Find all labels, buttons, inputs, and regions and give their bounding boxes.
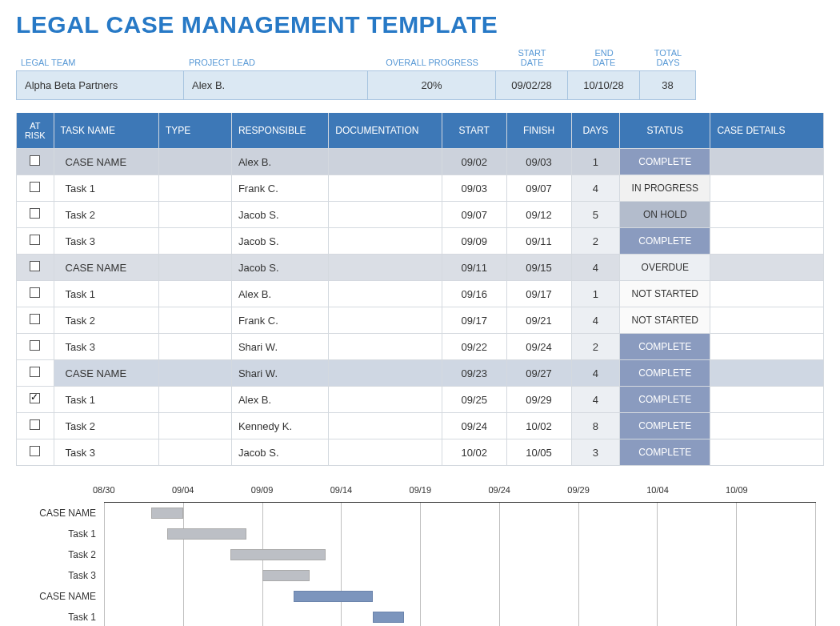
summary-val-progress: 20% <box>368 70 496 100</box>
at-risk-checkbox[interactable] <box>30 446 40 456</box>
risk-cell <box>17 413 54 439</box>
col-start: START <box>442 113 506 149</box>
summary-val-end: 10/10/28 <box>568 70 640 100</box>
summary-hdr-lead: PROJECT LEAD <box>184 43 368 70</box>
gantt-bar <box>373 612 405 623</box>
days-cell: 4 <box>571 387 620 413</box>
start-cell: 09/23 <box>442 360 506 387</box>
status-cell: COMPLETE <box>620 439 710 466</box>
gantt-row-label: CASE NAME <box>32 586 104 607</box>
risk-cell <box>17 202 54 228</box>
col-details: CASE DETAILS <box>710 113 824 149</box>
doc-cell <box>329 281 442 307</box>
task-row: Task 2Frank C.09/1709/214NOT STARTED <box>17 307 824 334</box>
at-risk-checkbox[interactable] <box>30 314 40 324</box>
at-risk-checkbox[interactable] <box>30 367 40 377</box>
at-risk-checkbox[interactable] <box>30 393 40 403</box>
task-table: AT RISK TASK NAME TYPE RESPONSIBLE DOCUM… <box>16 113 824 466</box>
type-cell <box>158 307 231 334</box>
finish-cell: 09/29 <box>506 387 571 413</box>
details-cell <box>710 175 824 202</box>
name-cell: CASE NAME <box>54 360 158 387</box>
at-risk-checkbox[interactable] <box>30 155 40 166</box>
task-row: Task 2Jacob S.09/0709/125ON HOLD <box>17 202 824 228</box>
doc-cell <box>329 334 442 360</box>
case-row: CASE NAMEShari W.09/2309/274COMPLETE <box>17 360 824 387</box>
resp-cell: Frank C. <box>231 175 328 202</box>
at-risk-checkbox[interactable] <box>30 208 40 219</box>
at-risk-checkbox[interactable] <box>30 182 40 192</box>
resp-cell: Jacob S. <box>231 228 328 255</box>
task-row: Task 3Jacob S.10/0210/053COMPLETE <box>17 439 824 466</box>
name-cell: CASE NAME <box>54 149 158 175</box>
details-cell <box>710 228 824 255</box>
at-risk-checkbox[interactable] <box>30 287 40 298</box>
doc-cell <box>329 175 442 202</box>
type-cell <box>158 149 231 175</box>
gantt-tick: 09/09 <box>251 485 330 502</box>
finish-cell: 09/07 <box>506 175 571 202</box>
name-cell: Task 2 <box>54 413 158 439</box>
resp-cell: Alex B. <box>231 387 328 413</box>
col-risk: AT RISK <box>17 113 54 149</box>
status-cell: ON HOLD <box>620 202 710 228</box>
resp-cell: Shari W. <box>231 334 328 360</box>
gantt-bar <box>151 508 183 519</box>
gantt-row-label: Task 1 <box>32 524 104 544</box>
col-finish: FINISH <box>506 113 571 149</box>
name-cell: Task 3 <box>54 439 158 466</box>
finish-cell: 09/12 <box>506 202 571 228</box>
details-cell <box>710 334 824 360</box>
name-cell: CASE NAME <box>54 255 158 281</box>
finish-cell: 09/24 <box>506 334 571 360</box>
risk-cell <box>17 307 54 334</box>
finish-cell: 09/11 <box>506 228 571 255</box>
details-cell <box>710 255 824 281</box>
gantt-row-track <box>104 544 816 565</box>
at-risk-checkbox[interactable] <box>30 340 40 351</box>
task-row: Task 3Jacob S.09/0909/112COMPLETE <box>17 228 824 255</box>
risk-cell <box>17 255 54 281</box>
risk-cell <box>17 439 54 466</box>
type-cell <box>158 228 231 255</box>
gantt-row-track <box>104 524 816 544</box>
at-risk-checkbox[interactable] <box>30 261 40 271</box>
status-cell: OVERDUE <box>620 255 710 281</box>
status-cell: COMPLETE <box>620 413 710 439</box>
start-cell: 09/03 <box>442 175 506 202</box>
task-row: Task 1Alex B.09/1609/171NOT STARTED <box>17 281 824 307</box>
table-header-row: AT RISK TASK NAME TYPE RESPONSIBLE DOCUM… <box>17 113 824 149</box>
name-cell: Task 1 <box>54 387 158 413</box>
summary-val-start: 09/02/28 <box>496 70 568 100</box>
doc-cell <box>329 202 442 228</box>
col-type: TYPE <box>158 113 231 149</box>
finish-cell: 09/03 <box>506 149 571 175</box>
risk-cell <box>17 360 54 387</box>
finish-cell: 09/27 <box>506 360 571 387</box>
gantt-tick: 09/04 <box>172 485 251 502</box>
days-cell: 1 <box>571 149 620 175</box>
summary-bar: LEGAL TEAM PROJECT LEAD OVERALL PROGRESS… <box>16 43 824 100</box>
col-name: TASK NAME <box>54 113 158 149</box>
details-cell <box>710 439 824 466</box>
details-cell <box>710 413 824 439</box>
col-resp: RESPONSIBLE <box>231 113 328 149</box>
resp-cell: Jacob S. <box>231 439 328 466</box>
finish-cell: 09/21 <box>506 307 571 334</box>
status-cell: COMPLETE <box>620 149 710 175</box>
at-risk-checkbox[interactable] <box>30 419 40 430</box>
case-row: CASE NAMEAlex B.09/0209/031COMPLETE <box>17 149 824 175</box>
type-cell <box>158 202 231 228</box>
task-row: Task 3Shari W.09/2209/242COMPLETE <box>17 334 824 360</box>
details-cell <box>710 360 824 387</box>
gantt-row-track <box>104 607 816 626</box>
at-risk-checkbox[interactable] <box>30 235 40 245</box>
name-cell: Task 3 <box>54 334 158 360</box>
days-cell: 3 <box>571 439 620 466</box>
gantt-tick: 08/30 <box>93 485 172 502</box>
start-cell: 09/09 <box>442 228 506 255</box>
start-cell: 09/22 <box>442 334 506 360</box>
gantt-tick: 09/24 <box>488 485 567 502</box>
type-cell <box>158 387 231 413</box>
resp-cell: Kennedy K. <box>231 413 328 439</box>
